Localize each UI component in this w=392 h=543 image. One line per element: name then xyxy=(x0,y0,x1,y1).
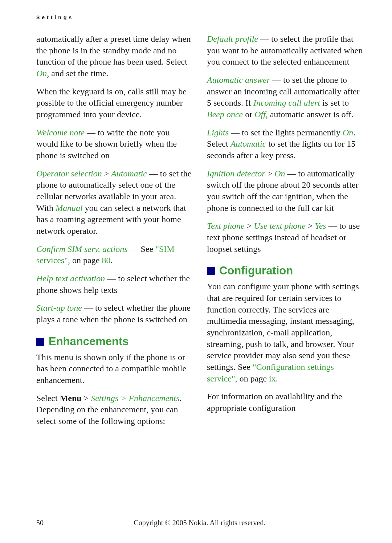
text: > xyxy=(306,221,315,230)
para-keyguard-emergency: When the keyguard is on, calls still may… xyxy=(36,86,192,121)
left-column: automatically after a preset time delay … xyxy=(36,33,192,434)
link-page-80[interactable]: 80 xyxy=(102,256,110,265)
running-header: Settings xyxy=(36,15,363,20)
text: on page xyxy=(70,256,102,265)
page: Settings automatically after a preset ti… xyxy=(0,0,392,543)
text: > xyxy=(82,393,91,403)
footer-copyright: Copyright © 2005 Nokia. All rights reser… xyxy=(36,519,363,527)
ui-term-text-phone: Text phone xyxy=(207,221,245,230)
para-lights: Lights — to set the lights permanently O… xyxy=(207,127,363,162)
text: . xyxy=(276,374,278,383)
text: You can configure your phone with settin… xyxy=(207,282,359,372)
text: — See xyxy=(128,244,156,254)
text: > xyxy=(102,169,111,178)
heading-text: Configuration xyxy=(219,264,293,277)
para-confirm-sim: Confirm SIM serv. actions — See "SIM ser… xyxy=(36,244,192,266)
text: to set the lights permanently xyxy=(242,128,343,137)
text: . xyxy=(110,256,113,265)
text: > xyxy=(245,221,254,230)
ui-term-menu: Menu xyxy=(60,393,82,403)
section-bullet-icon xyxy=(207,267,215,275)
text: > xyxy=(118,393,128,403)
text: is set to xyxy=(320,98,349,107)
ui-term-on: On xyxy=(36,69,47,78)
ui-term-automatic-answer: Automatic answer xyxy=(207,75,270,85)
para-keyguard-auto: automatically after a preset time delay … xyxy=(36,33,192,79)
ui-term-default-profile: Default profile xyxy=(207,34,258,44)
para-help-text: Help text activation — to select whether… xyxy=(36,273,192,296)
para-conf-intro: You can configure your phone with settin… xyxy=(207,281,363,384)
para-default-profile: Default profile — to select the profile … xyxy=(207,33,363,68)
ui-term-lights: Lights xyxy=(207,128,229,137)
text: , automatic answer is off. xyxy=(266,110,354,119)
ui-term-automatic: Automatic xyxy=(111,169,147,178)
ui-term-welcome-note: Welcome note xyxy=(36,128,85,137)
ui-term-ignition-detector: Ignition detector xyxy=(207,169,265,178)
ui-term-settings: Settings xyxy=(91,393,118,403)
para-startup-tone: Start-up tone — to select whether the ph… xyxy=(36,302,192,325)
ui-term-automatic: Automatic xyxy=(230,139,266,148)
ui-term-off: Off xyxy=(254,110,266,119)
link-page-ix[interactable]: ix xyxy=(269,374,276,383)
ui-term-use-text-phone: Use text phone xyxy=(254,221,306,230)
text: or xyxy=(243,110,254,119)
ui-term-enhancements: Enhancements xyxy=(128,393,179,403)
ui-term-confirm-sim: Confirm SIM serv. actions xyxy=(36,244,128,254)
ui-term-beep-once: Beep once xyxy=(207,110,243,119)
ui-term-manual: Manual xyxy=(56,203,83,213)
ui-term-help-text: Help text activation xyxy=(36,274,105,283)
right-column: Default profile — to select the profile … xyxy=(207,33,363,434)
section-bullet-icon xyxy=(36,338,44,346)
ui-term-yes: Yes xyxy=(315,221,326,230)
para-ignition-detector: Ignition detector > On — to automaticall… xyxy=(207,168,363,214)
text: > xyxy=(265,169,275,178)
ui-term-startup-tone: Start-up tone xyxy=(36,303,82,313)
para-welcome-note: Welcome note — to write the note you wou… xyxy=(36,127,192,162)
text: Select xyxy=(36,393,60,403)
ui-term-operator-selection: Operator selection xyxy=(36,169,102,178)
para-automatic-answer: Automatic answer — to set the phone to a… xyxy=(207,74,363,121)
ui-term-on: On xyxy=(274,169,285,178)
para-enh-select: Select Menu > Settings > Enhancements. D… xyxy=(36,393,192,427)
text: , and set the time. xyxy=(47,69,108,78)
heading-configuration: Configuration xyxy=(207,264,363,277)
page-footer: Copyright © 2005 Nokia. All rights reser… xyxy=(36,519,363,527)
text: on page xyxy=(237,374,269,383)
heading-enhancements: Enhancements xyxy=(36,335,192,348)
para-enh-intro: This menu is shown only if the phone is … xyxy=(36,352,192,386)
para-text-phone: Text phone > Use text phone > Yes — to u… xyxy=(207,220,363,255)
ui-term-incoming-call-alert: Incoming call alert xyxy=(253,98,320,107)
body-columns: automatically after a preset time delay … xyxy=(36,33,363,434)
heading-text: Enhancements xyxy=(49,335,129,348)
text: — xyxy=(229,128,242,137)
text: automatically after a preset time delay … xyxy=(36,34,191,66)
para-conf-availability: For information on availability and the … xyxy=(207,391,363,414)
ui-term-on: On xyxy=(343,128,353,137)
para-operator-selection: Operator selection > Automatic — to set … xyxy=(36,168,192,237)
